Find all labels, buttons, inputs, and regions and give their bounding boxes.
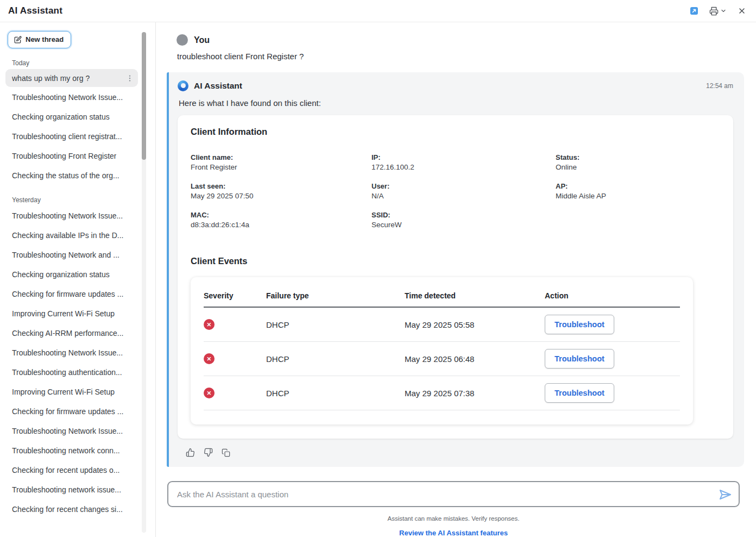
field-value: May 29 2025 07:50	[191, 192, 371, 200]
thread-list-item[interactable]: Troubleshooting network issue...	[0, 480, 140, 499]
client-details-card: Client Information Client name: Front Re…	[178, 115, 733, 439]
client-information-grid: Client name: Front Register IP: 172.16.1…	[191, 153, 720, 231]
thread-list-item[interactable]: Troubleshooting Front Register	[0, 146, 140, 166]
thread-list-item[interactable]: Improving Current Wi-Fi Setup	[0, 304, 140, 323]
assistant-name: AI Assistant	[194, 81, 242, 91]
client-info-field: Status: Online	[556, 153, 720, 173]
open-in-new-button[interactable]	[690, 7, 698, 15]
thread-list-item[interactable]: Troubleshooting authentication...	[0, 363, 140, 382]
client-info-field: User: N/A	[371, 182, 556, 202]
thread-list-item[interactable]: Troubleshooting Network Issue...	[0, 88, 140, 107]
thumbs-down-button[interactable]	[204, 448, 213, 457]
thread-section-label: Today	[12, 59, 155, 67]
thread-title: Checking for recent changes si...	[12, 505, 123, 514]
thread-section: Today whats up with my org ? Troubleshoo…	[0, 59, 155, 185]
thread-list-item[interactable]: Troubleshooting client registrat...	[0, 127, 140, 146]
client-info-field: IP: 172.16.100.2	[371, 153, 556, 173]
copy-button[interactable]	[222, 448, 230, 457]
user-message: You troubleshoot client Front Register ?	[177, 34, 743, 61]
thumbs-up-button[interactable]	[186, 448, 195, 457]
chat-area: You troubleshoot client Front Register ?…	[156, 22, 756, 476]
page-title: AI Assistant	[8, 5, 62, 16]
field-value: Online	[556, 163, 720, 171]
events-column-header: Time detected	[405, 283, 545, 307]
sidebar-scrollbar-track[interactable]	[142, 32, 146, 533]
thread-list-item[interactable]: Troubleshooting Network and ...	[0, 245, 140, 265]
close-button[interactable]	[738, 7, 746, 15]
thread-title: whats up with my org ?	[12, 74, 90, 83]
thread-list-item[interactable]: Checking AI-RRM performance...	[0, 323, 140, 343]
user-message-text: troubleshoot client Front Register ?	[177, 52, 743, 61]
panel-header: AI Assistant	[0, 0, 756, 22]
thread-list-item[interactable]: Checking for firmware updates ...	[0, 284, 140, 304]
events-column-header: Action	[545, 283, 680, 307]
disclaimer-text: Assistant can make mistakes. Verify resp…	[167, 515, 740, 522]
thread-list-item[interactable]: Troubleshooting Network Issue...	[0, 343, 140, 363]
thread-section: Yesterday Troubleshooting Network Issue.…	[0, 196, 155, 519]
assistant-message: AI Assistant 12:54 am Here is what I hav…	[167, 72, 744, 467]
review-features-link[interactable]: Review the AI Assistant features	[167, 529, 740, 537]
thumbs-up-icon	[186, 448, 195, 457]
client-info-field: SSID: SecureW	[371, 211, 556, 231]
client-information-title: Client Information	[191, 127, 720, 137]
thread-list-item[interactable]: whats up with my org ?	[5, 69, 138, 87]
client-events-table: SeverityFailure typeTime detectedAction …	[204, 283, 680, 410]
thread-list-item[interactable]: Checking for recent updates o...	[0, 460, 140, 480]
client-info-field: Last seen: May 29 2025 07:50	[191, 182, 371, 202]
thread-title: Troubleshooting authentication...	[12, 368, 122, 377]
sidebar-scrollbar-thumb[interactable]	[142, 32, 146, 160]
user-name: You	[194, 35, 210, 45]
field-value: d8:3a:dd:26:c1:4a	[191, 221, 371, 229]
field-label: MAC:	[191, 211, 371, 219]
troubleshoot-button[interactable]: Troubleshoot	[545, 315, 614, 334]
field-label: Last seen:	[191, 182, 371, 190]
print-button[interactable]	[709, 7, 727, 16]
thread-list-item[interactable]: Checking for recent changes si...	[0, 499, 140, 519]
composer: Assistant can make mistakes. Verify resp…	[156, 476, 756, 537]
failure-type-cell: DHCP	[266, 376, 405, 410]
thread-list-item[interactable]: Checking the status of the org...	[0, 166, 140, 185]
thread-list-item[interactable]: Checking organization status	[0, 107, 140, 127]
feedback-actions	[186, 448, 733, 457]
thread-list-item[interactable]: Checking for firmware updates ...	[0, 402, 140, 421]
thread-title: Checking for firmware updates ...	[12, 290, 123, 298]
field-label: User:	[371, 182, 556, 190]
thread-title: Improving Current Wi-Fi Setup	[12, 388, 115, 396]
thread-list-item[interactable]: Troubleshooting network conn...	[0, 441, 140, 460]
chevron-down-icon	[720, 8, 727, 14]
thread-title: Troubleshooting client registrat...	[12, 132, 122, 141]
thread-list-item[interactable]: Troubleshooting Network Issue...	[0, 421, 140, 441]
thread-title: Checking organization status	[12, 113, 110, 121]
thread-list-item[interactable]: Checking organization status	[0, 265, 140, 284]
new-thread-button[interactable]: New thread	[8, 31, 71, 48]
event-row: DHCP May 29 2025 06:48 Troubleshoot	[204, 342, 680, 376]
events-column-header: Severity	[204, 283, 266, 307]
field-label: IP:	[371, 153, 556, 161]
message-timestamp: 12:54 am	[706, 82, 733, 90]
troubleshoot-button[interactable]: Troubleshoot	[545, 383, 614, 403]
thread-title: Improving Current Wi-Fi Setup	[12, 309, 115, 318]
thread-list-item[interactable]: Troubleshooting Network Issue...	[0, 206, 140, 226]
question-input[interactable]	[168, 490, 739, 499]
send-icon	[719, 488, 732, 501]
time-detected-cell: May 29 2025 07:38	[405, 376, 545, 410]
troubleshoot-button[interactable]: Troubleshoot	[545, 349, 614, 369]
time-detected-cell: May 29 2025 05:58	[405, 307, 545, 342]
thread-title: Troubleshooting Network Issue...	[12, 93, 123, 102]
thread-title: Checking available IPs in the D...	[12, 231, 123, 240]
send-button[interactable]	[719, 488, 732, 501]
thread-title: Checking AI-RRM performance...	[12, 329, 123, 338]
thread-options-icon[interactable]	[126, 74, 134, 82]
assistant-intro-text: Here is what I have found on this client…	[179, 98, 733, 108]
field-label: AP:	[556, 182, 720, 190]
thread-title: Troubleshooting Network Issue...	[12, 427, 123, 435]
thread-list-item[interactable]: Checking available IPs in the D...	[0, 226, 140, 245]
thread-title: Troubleshooting Network Issue...	[12, 211, 123, 220]
thread-list-item[interactable]: Improving Current Wi-Fi Setup	[0, 382, 140, 402]
thumbs-down-icon	[204, 448, 213, 457]
thread-title: Checking the status of the org...	[12, 171, 119, 180]
field-label: Status:	[556, 153, 720, 161]
question-input-container	[167, 481, 740, 507]
close-icon	[738, 7, 746, 15]
thread-title: Checking organization status	[12, 270, 110, 279]
